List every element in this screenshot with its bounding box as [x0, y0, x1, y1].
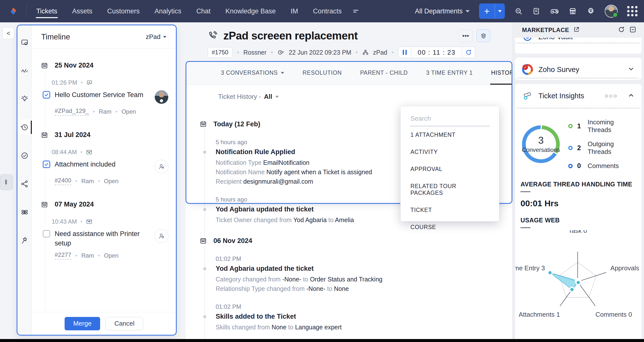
bottom-bar — [0, 339, 644, 342]
tab-history[interactable]: HISTORY — [491, 61, 512, 85]
collapse-icon[interactable] — [629, 26, 636, 34]
timeline-group: 07 May 202410:43 AM•Need assistance with… — [41, 201, 168, 260]
avg-thread-handling-value: 00:01 Hrs — [520, 199, 642, 208]
nav-tab-customers[interactable]: Customers — [107, 2, 140, 20]
calendar-icon — [200, 119, 207, 129]
tab-parent-child[interactable]: PARENT - CHILD — [360, 61, 408, 85]
collapse-panel-button[interactable]: < — [2, 27, 14, 39]
add-options-caret[interactable] — [495, 3, 505, 19]
add-button[interactable]: + — [479, 3, 495, 19]
more-actions-button[interactable]: ••• — [459, 29, 472, 42]
tab-resolution[interactable]: RESOLUTION — [302, 61, 342, 85]
tags-pin-icon[interactable] — [18, 233, 32, 248]
brand-logo-icon — [7, 5, 20, 18]
timeline-entry-title[interactable]: Attachment included — [55, 160, 150, 169]
nav-tab-assets[interactable]: Assets — [72, 2, 93, 20]
entry-checkbox[interactable] — [43, 230, 50, 238]
dropdown-item-related-tour-packages[interactable]: RELATED TOUR PACKAGES — [410, 178, 490, 202]
timeline-time-label: 10:43 AM — [52, 218, 77, 225]
search-icon[interactable] — [514, 7, 523, 15]
timeline-time-label: 08:44 AM — [52, 149, 77, 156]
history-event-time: 01:02 PM — [216, 255, 512, 262]
ticket-settings-icon[interactable] — [18, 35, 32, 50]
entry-owner: Ram — [99, 108, 112, 115]
ticket-id-chip[interactable]: #1750 — [208, 47, 232, 57]
dropdown-item-approval[interactable]: APPROVAL — [410, 161, 490, 178]
widget-ticket-insights: Ticket Insights ○○○ 3 Conversations 1Inc… — [515, 84, 642, 342]
share-nodes-icon[interactable] — [18, 176, 32, 192]
entry-checkbox[interactable] — [43, 161, 50, 168]
usage-web-radar-chart: Task 0Approvals 0Comments 0Attachments 1… — [515, 230, 642, 335]
dropdown-item-course[interactable]: COURSE — [410, 219, 490, 236]
widget-zoho-vault[interactable]: Zoho Vault — [515, 38, 642, 54]
nav-tab-im[interactable]: IM — [290, 2, 299, 20]
chevron-up-icon[interactable] — [628, 92, 634, 100]
product-sitemap-icon — [362, 49, 369, 56]
settings-gear-icon[interactable] — [586, 7, 595, 16]
conversations-donut-chart: 3 Conversations 1Incoming Threads2Outgoi… — [515, 108, 642, 172]
zoho-desk-logo[interactable] — [0, 5, 27, 18]
user-avatar[interactable] — [605, 5, 618, 18]
merge-button[interactable]: Merge — [64, 317, 100, 330]
history-date-label: 06 Nov 2024 — [214, 237, 252, 245]
dropdown-item-ticket[interactable]: TICKET — [410, 202, 490, 219]
nav-tab-knowledge-base[interactable]: Knowledge Base — [225, 2, 276, 20]
history-filter[interactable]: Ticket History - All — [186, 85, 512, 100]
cancel-button[interactable]: Cancel — [106, 317, 143, 330]
dropdown-item-1-attachment[interactable]: 1 ATTACHMENT — [410, 126, 490, 143]
panel-drag-handle[interactable]: ‖ — [0, 174, 13, 190]
widget-zoho-survey[interactable]: ✓ Zoho Survey — [515, 57, 642, 80]
legend-count: 2 — [577, 144, 583, 152]
entry-status: Open — [104, 252, 118, 259]
refresh-icon[interactable] — [618, 26, 625, 34]
nav-tab-tickets[interactable]: Tickets — [36, 2, 58, 20]
history-event-time: 01:02 PM — [216, 303, 512, 310]
department-selector[interactable]: All Departments — [415, 7, 470, 15]
chevron-down-icon[interactable] — [628, 65, 634, 73]
timeline-entry-time: 01:26 PM• — [52, 79, 168, 86]
ticket-product[interactable]: zPad — [373, 49, 387, 56]
timeline-entry-title[interactable]: Hello Customer Service Team — [55, 90, 150, 99]
entry-checkbox[interactable] — [43, 91, 50, 98]
nav-tab-chat[interactable]: Chat — [196, 2, 211, 20]
apps-grid-icon[interactable] — [627, 6, 638, 16]
timeline-product-filter[interactable]: zPad — [146, 33, 166, 41]
history-filter-value: All — [264, 93, 272, 100]
nav-filter-lines-icon[interactable] — [352, 7, 360, 15]
tab-3-conversations[interactable]: 3 CONVERSATIONS — [221, 61, 284, 85]
ticket-contact[interactable]: Rossner — [243, 49, 266, 56]
nav-tab-contracts[interactable]: Contracts — [312, 2, 342, 20]
ticket-ref-link[interactable]: #2277 — [55, 251, 71, 260]
insights-bulb-icon[interactable] — [18, 91, 32, 107]
assign-agent-button[interactable] — [154, 229, 168, 243]
svg-text:Comments 0: Comments 0 — [595, 311, 632, 318]
marketplace-store-icon[interactable] — [568, 7, 577, 15]
ticket-insights-header[interactable]: Ticket Insights ○○○ — [515, 84, 642, 108]
ticket-ref-link[interactable]: #2400 — [55, 177, 71, 185]
timer-pause-button[interactable] — [398, 47, 411, 58]
external-link-icon[interactable] — [573, 26, 580, 34]
zoho-survey-icon: ✓ — [522, 64, 533, 75]
created-time-icon — [277, 49, 284, 56]
game-controller-icon[interactable] — [550, 7, 559, 16]
history-event: 01:02 PMSkills added to the TicketSkills… — [216, 303, 512, 332]
dropdown-item-activity[interactable]: ACTIVITY — [410, 143, 490, 161]
skills-atom-icon[interactable] — [18, 205, 32, 220]
layers-button[interactable] — [476, 29, 490, 42]
feeds-icon[interactable] — [532, 7, 541, 15]
ticket-ref-link[interactable]: #ZPad_129_ — [55, 107, 89, 116]
contact-avatar[interactable] — [154, 90, 168, 104]
dropdown-search-input[interactable] — [410, 113, 490, 126]
nav-tab-analytics[interactable]: Analytics — [154, 2, 182, 20]
ticket-insights-icon — [522, 90, 533, 101]
assign-agent-button[interactable] — [154, 160, 168, 173]
timeline-entry-title[interactable]: Need assistance with Printer setup — [55, 229, 150, 248]
timeline-date-label: 25 Nov 2024 — [55, 61, 94, 69]
tab-3-time-entry-1[interactable]: 3 TIME ENTRY 1 — [426, 61, 473, 85]
widget-more-icon[interactable]: ○○○ — [605, 92, 618, 99]
approvals-check-icon[interactable] — [18, 148, 32, 163]
zia-icon[interactable] — [18, 63, 32, 78]
timer-refresh-button[interactable] — [462, 47, 475, 58]
ticket-header: zPad screeen replacement ••• #1750 • Ros… — [186, 22, 512, 61]
history-clock-icon[interactable] — [18, 120, 32, 135]
